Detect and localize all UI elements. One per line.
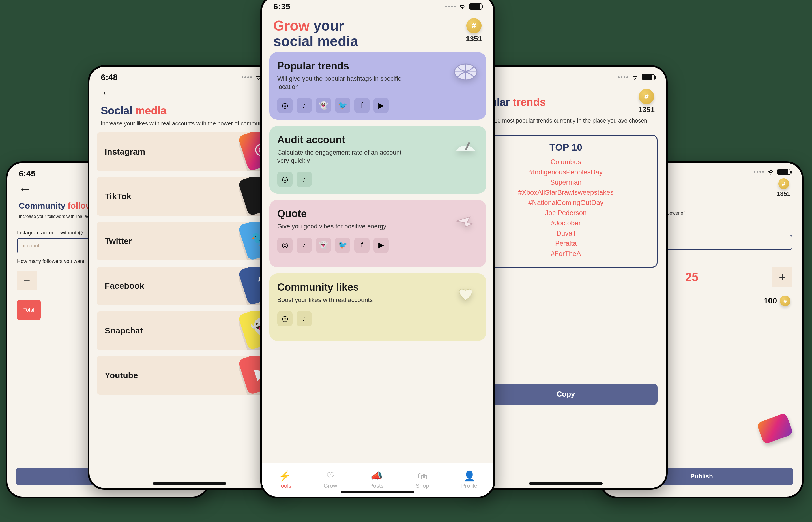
card-desc: Give you good vibes for positive energy bbox=[277, 222, 413, 231]
plus-button[interactable]: + bbox=[772, 267, 792, 287]
trend-item: Superman bbox=[481, 177, 651, 187]
facebook-icon: f bbox=[354, 238, 370, 253]
instagram-icon: ◎ bbox=[277, 98, 293, 113]
page-title: Social media bbox=[101, 105, 166, 117]
twitter-icon: 🐦 bbox=[335, 98, 350, 113]
list-item-tiktok[interactable]: TikTok♪ bbox=[97, 177, 283, 216]
status-bar: 6:44 bbox=[466, 67, 666, 84]
home-indicator[interactable] bbox=[341, 491, 415, 493]
trend-item: #NationalComingOutDay bbox=[481, 198, 651, 208]
trend-item: Duvall bbox=[481, 228, 651, 238]
card-title: Popular trends bbox=[277, 60, 478, 72]
coin-icon: # bbox=[466, 18, 481, 34]
instagram-icon: ◎ bbox=[277, 172, 293, 187]
status-bar: 6:35 bbox=[262, 0, 494, 13]
status-icons bbox=[618, 74, 655, 80]
back-button[interactable]: ← bbox=[89, 84, 290, 100]
card-desc: Boost your likes with real accounts bbox=[277, 296, 413, 304]
tiktok-icon: ♪ bbox=[296, 311, 312, 326]
tab-shop[interactable]: 🛍Shop bbox=[416, 470, 429, 489]
trend-item: #Joctober bbox=[481, 218, 651, 228]
globe-icon bbox=[452, 61, 480, 83]
list-item-twitter[interactable]: Twitter🐦 bbox=[97, 222, 283, 260]
card-platform-chips: ◎ ♪ bbox=[277, 311, 478, 326]
instagram-icon: ◎ bbox=[277, 238, 293, 253]
status-time: 6:35 bbox=[273, 2, 290, 11]
snapchat-icon: 👻 bbox=[316, 238, 331, 253]
tab-posts[interactable]: 📣Posts bbox=[370, 470, 384, 489]
wifi-icon bbox=[767, 169, 775, 175]
card-platform-chips: ◎ ♪ 👻 🐦 f ▶ bbox=[277, 238, 478, 253]
list-item-facebook[interactable]: Facebookf bbox=[97, 267, 283, 305]
card-quote[interactable]: Quote Give you good vibes for positive e… bbox=[269, 200, 486, 267]
cellular-icon bbox=[754, 171, 764, 173]
person-icon: 👤 bbox=[463, 470, 475, 482]
card-community-likes[interactable]: Community likes Boost your likes with re… bbox=[269, 274, 486, 341]
list-item-youtube[interactable]: Youtube▶ bbox=[97, 356, 283, 395]
card-audit-account[interactable]: Audit account Calculate the engagement r… bbox=[269, 126, 486, 194]
instagram-icon: ◎ bbox=[277, 311, 293, 326]
twitter-icon: 🐦 bbox=[335, 238, 350, 253]
trend-item: #XboxAllStarBrawlsweepstakes bbox=[481, 187, 651, 198]
card-title: Audit account bbox=[277, 134, 478, 146]
status-icons bbox=[445, 3, 482, 9]
top10-label: TOP 10 bbox=[481, 142, 651, 153]
tab-grow[interactable]: ♡Grow bbox=[324, 470, 337, 489]
wifi-icon bbox=[631, 75, 639, 80]
gauge-icon bbox=[452, 135, 480, 157]
card-desc: Calculate the engagement rate of an acco… bbox=[277, 148, 413, 165]
trend-item: Joc Pederson bbox=[481, 208, 651, 218]
heart-icon: ♡ bbox=[326, 470, 335, 482]
card-popular-trends[interactable]: Popular trends Will give you the popular… bbox=[269, 52, 486, 120]
page-subtitle: he top 10 most popular trends currently … bbox=[466, 115, 666, 129]
instagram-icon bbox=[756, 413, 794, 445]
coin-balance[interactable]: # 1351 bbox=[466, 18, 482, 43]
page-subtitle: Increase your likes with real accounts w… bbox=[89, 118, 290, 133]
card-title: Quote bbox=[277, 208, 478, 220]
cellular-icon bbox=[445, 6, 456, 7]
list-item-instagram[interactable]: Instagram◎ bbox=[97, 133, 283, 171]
coin-balance[interactable]: # 1351 bbox=[638, 89, 655, 114]
megaphone-icon: 📣 bbox=[371, 470, 382, 482]
card-desc: Will give you the popular hashtags in sp… bbox=[277, 75, 413, 91]
cost-value: 100 bbox=[764, 296, 777, 305]
status-icons bbox=[754, 169, 791, 175]
platform-list: Instagram◎ TikTok♪ Twitter🐦 Facebookf Sn… bbox=[89, 133, 290, 395]
card-platform-chips: ◎ ♪ bbox=[277, 172, 478, 187]
youtube-icon: ▶ bbox=[373, 238, 389, 253]
minus-button[interactable]: − bbox=[17, 270, 37, 290]
top10-panel: TOP 10 Columbus #IndigenousPeoplesDay Su… bbox=[474, 135, 658, 267]
coin-balance[interactable]: # 1351 bbox=[777, 178, 791, 198]
status-time: 6:45 bbox=[19, 169, 36, 178]
trend-item: Peralta bbox=[481, 238, 651, 248]
page-title: opular trends bbox=[477, 96, 638, 108]
heart-icon bbox=[452, 282, 480, 305]
youtube-icon: ▶ bbox=[373, 98, 389, 113]
trend-item: #IndigenousPeoplesDay bbox=[481, 167, 651, 177]
home-indicator[interactable] bbox=[529, 482, 603, 485]
facebook-icon: f bbox=[354, 98, 370, 113]
status-time: 6:48 bbox=[101, 73, 118, 82]
bolt-icon: ⚡ bbox=[279, 470, 291, 482]
card-platform-chips: ◎ ♪ 👻 🐦 f ▶ bbox=[277, 98, 478, 113]
battery-icon bbox=[469, 3, 482, 9]
card-title: Community likes bbox=[277, 281, 478, 293]
battery-icon bbox=[777, 169, 791, 175]
coin-icon: # bbox=[778, 178, 789, 189]
page-title: Grow your social media bbox=[273, 18, 358, 49]
total-badge: Total bbox=[17, 300, 41, 320]
status-bar: 6:48 bbox=[89, 67, 290, 84]
tab-tools[interactable]: ⚡Tools bbox=[278, 470, 291, 489]
tab-profile[interactable]: 👤Profile bbox=[461, 470, 477, 489]
coin-icon: # bbox=[639, 89, 654, 104]
copy-button[interactable]: Copy bbox=[474, 384, 658, 405]
page-title: Community followe bbox=[19, 201, 97, 210]
plane-icon bbox=[452, 208, 480, 231]
tiktok-icon: ♪ bbox=[296, 172, 312, 187]
home-indicator[interactable] bbox=[153, 482, 226, 485]
screen-grow-home: 6:35 Grow your social media # 1351 Popul… bbox=[260, 0, 495, 498]
cellular-icon bbox=[618, 76, 628, 78]
list-item-snapchat[interactable]: Snapchat👻 bbox=[97, 312, 283, 350]
battery-icon bbox=[642, 74, 655, 80]
bag-icon: 🛍 bbox=[418, 470, 427, 482]
